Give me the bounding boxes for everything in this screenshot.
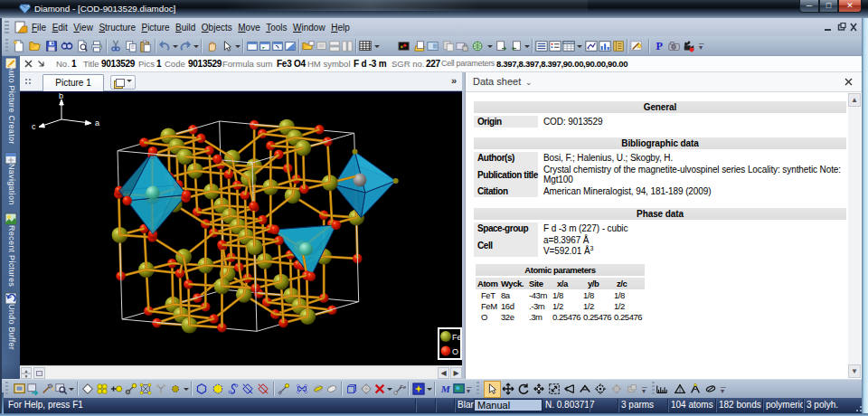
svg-text:O: O (452, 347, 458, 356)
svg-text:P: P (656, 40, 664, 52)
svg-text:Fe: Fe (452, 333, 460, 342)
svg-text:c: c (32, 122, 36, 131)
svg-text:Fe: Fe (400, 383, 406, 390)
svg-text:b: b (59, 93, 63, 100)
svg-text:a: a (95, 118, 99, 128)
svg-text:M: M (440, 383, 451, 394)
